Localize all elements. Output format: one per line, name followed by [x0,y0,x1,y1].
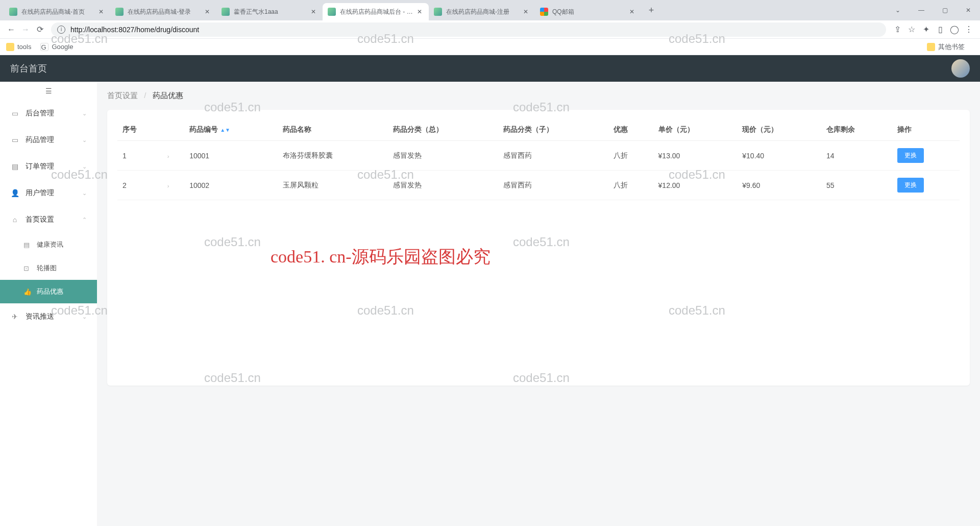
favicon-icon [540,8,548,16]
folder-icon [6,43,14,51]
sidebar-item-push[interactable]: ✈资讯推送⌄ [0,303,97,330]
reload-button[interactable]: ⟳ [33,22,47,37]
url-input[interactable]: ihttp://localhost:8027/home/drug/discoun… [51,22,886,37]
change-button[interactable]: 更换 [897,178,924,193]
close-icon[interactable]: ✕ [309,8,317,16]
browser-tab[interactable]: QQ邮箱✕ [535,3,641,20]
th-cat1: 药品分类（总） [388,119,498,141]
bookmark-google[interactable]: GGoogle [40,43,73,51]
th-seq: 序号 [117,119,162,141]
app-topnav: 前台首页 [0,55,980,82]
breadcrumb-sep: / [144,91,146,100]
profile-icon[interactable]: ◯ [947,22,962,37]
cell-disc: 八折 [608,141,653,171]
minimize-button[interactable]: — [910,0,933,20]
sidebar-sub-carousel[interactable]: ⊡轮播图 [0,256,97,280]
bookmark-tools[interactable]: tools [6,43,31,51]
browser-tab[interactable]: 藿香正气水1aaa✕ [216,3,323,20]
tab-title: QQ邮箱 [552,8,628,16]
chevron-right-icon: › [167,153,169,159]
google-icon: G [40,43,48,51]
cell-id: 10002 [184,171,278,200]
sort-icon[interactable]: ▲▼ [220,129,230,131]
breadcrumb: 首页设置 / 药品优惠 [107,91,970,101]
cell-cat2: 感冒西药 [498,171,608,200]
bookmark-other[interactable]: 其他书签 [927,42,965,52]
sidebar-sub-label: 轮播图 [37,264,57,273]
list-icon: ▤ [10,162,19,171]
th-stock: 仓库剩余 [821,119,892,141]
extensions-icon[interactable]: ✦ [919,22,933,37]
sidebar-item-homepage[interactable]: ⌂首页设置⌃ [0,206,97,233]
dropdown-icon[interactable]: ⌄ [886,0,910,20]
cell-expand[interactable]: › [162,171,184,200]
avatar[interactable] [951,59,970,78]
browser-tab[interactable]: 在线药店药品商城-登录✕ [110,3,216,20]
sidebar-sub-discount[interactable]: 👍药品优惠 [0,280,97,303]
cell-expand[interactable]: › [162,141,184,171]
share-icon[interactable]: ⇪ [890,22,904,37]
close-window-button[interactable]: ✕ [957,0,980,20]
th-cat2: 药品分类（子） [498,119,608,141]
box-icon: ▭ [10,109,19,117]
breadcrumb-current: 药品优惠 [153,91,183,100]
favicon-icon [115,8,124,16]
box-icon: ▭ [10,136,19,144]
sidebar-item-admin[interactable]: ▭后台管理⌄ [0,100,97,127]
cell-price: ¥13.00 [653,141,738,171]
back-button[interactable]: ← [4,22,18,37]
cell-id: 10001 [184,141,278,171]
brand-link[interactable]: 前台首页 [10,62,47,75]
cell-disc: 八折 [608,171,653,200]
sidebar-item-drugs[interactable]: ▭药品管理⌄ [0,127,97,153]
sidebar-item-users[interactable]: 👤用户管理⌄ [0,180,97,206]
cell-cat2: 感冒西药 [498,141,608,171]
favicon-icon [222,8,230,16]
cell-cat1: 感冒发热 [388,141,498,171]
sidebar-sub-health[interactable]: ▤健康资讯 [0,233,97,256]
cell-stock: 55 [821,171,892,200]
sidebar-item-label: 资讯推送 [26,312,54,321]
tab-title: 藿香正气水1aaa [234,8,309,16]
cell-op: 更换 [892,141,960,171]
address-bar: ← → ⟳ ihttp://localhost:8027/home/drug/d… [0,20,980,39]
maximize-button[interactable]: ▢ [933,0,957,20]
close-icon[interactable]: ✕ [203,8,211,16]
doc-icon: ▤ [23,241,32,249]
favicon-icon [9,8,17,16]
cell-name: 玉屏风颗粒 [278,171,388,200]
browser-tab[interactable]: 在线药店药品商城-注册✕ [429,3,535,20]
sidepanel-icon[interactable]: ▯ [933,22,947,37]
breadcrumb-root[interactable]: 首页设置 [107,91,138,100]
site-info-icon[interactable]: i [57,26,65,34]
bookmarks-bar: tools GGoogle 其他书签 [0,39,980,55]
menu-icon[interactable]: ⋮ [962,22,976,37]
change-button[interactable]: 更换 [897,148,924,163]
close-icon[interactable]: ✕ [97,8,105,16]
browser-tab-active[interactable]: 在线药店药品商城后台 - 药品✕ [323,3,429,20]
image-icon: ⊡ [23,265,32,272]
th-price: 单价（元） [653,119,738,141]
favicon-icon [434,8,442,16]
browser-tab[interactable]: 在线药店药品商城-首页✕ [4,3,110,20]
star-icon[interactable]: ☆ [904,22,919,37]
close-icon[interactable]: ✕ [628,8,636,16]
cell-seq: 2 [117,171,162,200]
sidebar-item-orders[interactable]: ▤订单管理⌄ [0,153,97,180]
chevron-down-icon: ⌄ [82,137,87,144]
close-icon[interactable]: ✕ [522,8,530,16]
close-icon[interactable]: ✕ [415,8,424,16]
user-icon: 👤 [10,189,19,197]
th-now: 现价（元） [737,119,821,141]
forward-button[interactable]: → [18,22,33,37]
chevron-down-icon: ⌄ [82,314,87,320]
th-name: 药品名称 [278,119,388,141]
content-area: 首页设置 / 药品优惠 序号 药品编号▲▼ 药品名称 药品分类（总） 药品分类（… [97,82,980,526]
folder-icon [927,43,935,51]
cell-seq: 1 [117,141,162,171]
new-tab-button[interactable]: + [644,3,658,17]
cell-name: 布洛芬缓释胶囊 [278,141,388,171]
send-icon: ✈ [10,313,19,321]
collapse-sidebar-button[interactable]: ☰ [0,82,97,100]
th-id[interactable]: 药品编号▲▼ [184,119,278,141]
